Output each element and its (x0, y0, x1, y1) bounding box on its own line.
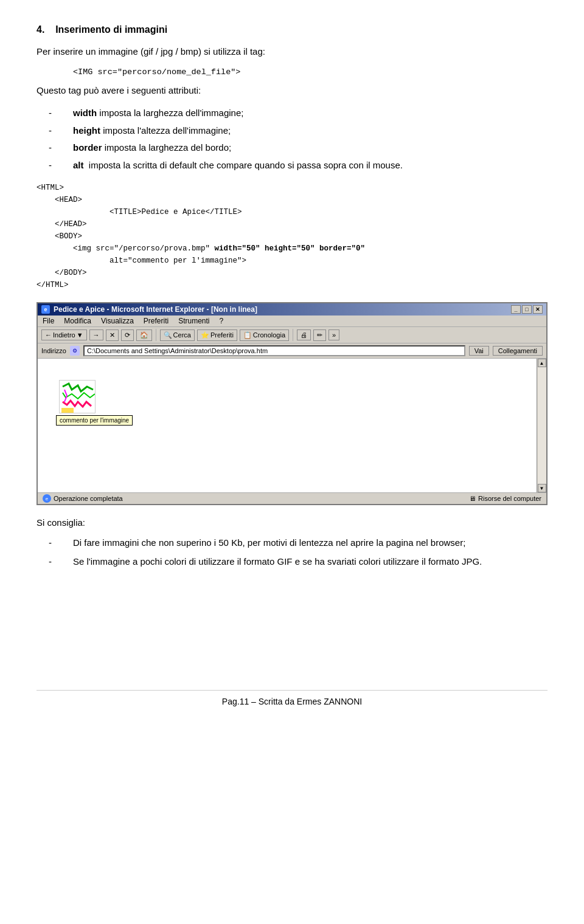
rec-dash-2: - (36, 555, 73, 569)
toolbar-sep-2 (293, 329, 293, 341)
address-icon: ⚙ (70, 346, 80, 356)
history-icon: 📋 (243, 331, 252, 339)
rec-content-2: Se l'immagine a pochi colori di utilizza… (73, 555, 548, 569)
back-label: Indietro (53, 331, 75, 339)
vai-button[interactable]: Vai (469, 346, 489, 356)
stop-button[interactable]: ✕ (106, 329, 119, 341)
scroll-track (538, 367, 546, 484)
footer: Pag.11 – Scritta da Ermes ZANNONI (36, 690, 548, 706)
toolbar-sep-1 (156, 329, 156, 341)
si-consiglia-heading: Si consiglia: (36, 517, 548, 528)
maximize-button[interactable]: □ (522, 305, 532, 314)
ie-icon: e (41, 305, 50, 314)
attr-dash-4: - (36, 159, 73, 173)
code-line-1: <HTML> (36, 182, 548, 194)
refresh-button[interactable]: ⟳ (121, 329, 134, 341)
attr-content-4: alt imposta la scritta di default che co… (73, 159, 548, 173)
attr-desc-width: imposta la larghezza dell'immagine; (99, 108, 243, 118)
attr-border: - border imposta la larghezza del bordo; (36, 141, 548, 155)
attr-desc-alt: imposta la scritta di default che compar… (86, 160, 403, 170)
attr-dash-3: - (36, 141, 73, 155)
attr-width: - width imposta la larghezza dell'immagi… (36, 106, 548, 120)
rec-item-2: - Se l'immagine a pochi colori di utiliz… (36, 555, 548, 569)
code-line-9: </HTML> (36, 279, 548, 291)
address-label: Indirizzo (41, 347, 66, 354)
attr-name-height: height (73, 125, 100, 136)
status-computer-icon: 🖥 (469, 495, 476, 502)
browser-toolbar: ← Indietro ▼ → ✕ ⟳ 🏠 🔍 Cerca ⭐ Preferiti… (38, 327, 546, 343)
collegamenti-button[interactable]: Collegamenti (493, 346, 543, 356)
attr-height: - height imposta l'altezza dell'immagine… (36, 124, 548, 138)
back-button[interactable]: ← Indietro ▼ (41, 329, 87, 340)
svg-rect-0 (61, 408, 74, 413)
code-line-7: alt="commento per l'immagine"> (36, 255, 548, 267)
back-dropdown-icon: ▼ (77, 331, 83, 339)
menu-help[interactable]: ? (220, 317, 224, 325)
attr-dash-1: - (36, 106, 73, 120)
print-button[interactable]: 🖨 (297, 329, 311, 340)
stop-icon: ✕ (109, 331, 115, 339)
footer-text: Pag.11 – Scritta da Ermes ZANNONI (222, 697, 362, 706)
attr-content-1: width imposta la larghezza dell'immagine… (73, 106, 548, 120)
browser-title: Pedice e Apice - Microsoft Internet Expl… (54, 305, 257, 314)
print-icon: 🖨 (301, 331, 307, 339)
attr-content-2: height imposta l'altezza dell'immagine; (73, 124, 548, 138)
forward-arrow-icon: → (93, 331, 100, 339)
search-icon: 🔍 (164, 331, 172, 339)
attributes-list: - width imposta la larghezza dell'immagi… (36, 106, 548, 172)
browser-titlebar: e Pedice e Apice - Microsoft Internet Ex… (38, 303, 546, 315)
image-tooltip: commento per l'immagine (56, 415, 133, 426)
attr-desc-height: imposta l'altezza dell'immagine; (103, 125, 231, 136)
history-label: Cronologia (253, 331, 285, 339)
rec-item-1: - Di fare immagini che non superino i 50… (36, 536, 548, 550)
intro-text: Per inserire un immagine (gif / jpg / bm… (36, 46, 548, 57)
forward-button[interactable]: → (89, 329, 103, 340)
browser-statusbar: e Operazione completata 🖥 Risorse del co… (38, 492, 546, 504)
attr-alt: - alt imposta la scritta di default che … (36, 159, 548, 173)
titlebar-controls: _ □ ✕ (511, 305, 543, 314)
menu-strumenti[interactable]: Strumenti (178, 317, 209, 325)
titlebar-left: e Pedice e Apice - Microsoft Internet Ex… (41, 305, 257, 314)
search-label: Cerca (173, 331, 191, 339)
status-right: 🖥 Risorse del computer (469, 495, 541, 502)
history-button[interactable]: 📋 Cronologia (240, 329, 289, 341)
recommendations-list: - Di fare immagini che non superino i 50… (36, 536, 548, 568)
browser-scrollbar[interactable]: ▲ ▼ (537, 359, 546, 492)
rec-dash-1: - (36, 536, 73, 550)
menu-modifica[interactable]: Modifica (64, 317, 91, 325)
home-button[interactable]: 🏠 (136, 329, 152, 341)
scroll-up-button[interactable]: ▲ (538, 359, 546, 367)
search-button[interactable]: 🔍 Cerca (160, 329, 195, 341)
code-line-3: <TITLE>Pedice e Apice</TITLE> (36, 206, 548, 218)
code-line-6: <img src="/percorso/prova.bmp" width="50… (36, 243, 548, 255)
tag-example: <IMG src="percorso/nome_del_file"> (73, 67, 548, 77)
status-left: e Operazione completata (43, 494, 123, 503)
attr-name-alt: alt (73, 160, 84, 170)
refresh-icon: ⟳ (125, 331, 130, 339)
attr-content-3: border imposta la larghezza del bordo; (73, 141, 548, 155)
code-line-8: </BODY> (36, 267, 548, 279)
image-svg (60, 381, 96, 413)
section-title: Inserimento di immagini (55, 24, 167, 35)
browser-menubar: File Modifica Visualizza Preferiti Strum… (38, 315, 546, 327)
status-computer-text: Risorse del computer (478, 495, 541, 502)
menu-visualizza[interactable]: Visualizza (101, 317, 134, 325)
favorites-button[interactable]: ⭐ Preferiti (197, 329, 237, 341)
status-icon: e (43, 494, 51, 503)
address-input[interactable] (83, 345, 465, 356)
favorites-icon: ⭐ (201, 331, 209, 339)
more-button[interactable]: » (328, 329, 339, 340)
close-button[interactable]: ✕ (533, 305, 543, 314)
menu-preferiti[interactable]: Preferiti (144, 317, 169, 325)
edit-icon: ✏ (317, 331, 322, 339)
section-heading: 4. Inserimento di immagini (36, 24, 548, 35)
attr-dash-2: - (36, 124, 73, 138)
favorites-label: Preferiti (210, 331, 234, 339)
scroll-down-button[interactable]: ▼ (538, 484, 546, 492)
browser-content: commento per l'immagine (38, 359, 537, 492)
browser-window: e Pedice e Apice - Microsoft Internet Ex… (36, 302, 548, 505)
edit-button[interactable]: ✏ (313, 329, 326, 341)
minimize-button[interactable]: _ (511, 305, 521, 314)
menu-file[interactable]: File (43, 317, 54, 325)
rec-content-1: Di fare immagini che non superino i 50 K… (73, 536, 548, 550)
